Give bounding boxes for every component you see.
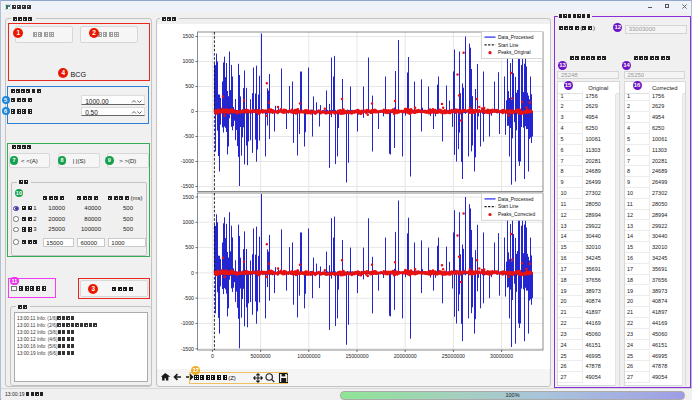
svg-text:0: 0 <box>191 108 194 114</box>
svg-text:-500: -500 <box>184 295 194 301</box>
svg-text:10000000: 10000000 <box>297 352 320 358</box>
svg-text:1000: 1000 <box>182 58 194 64</box>
svg-text:25000000: 25000000 <box>442 352 465 358</box>
svg-text:-500: -500 <box>184 133 194 139</box>
svg-text:500: 500 <box>185 244 194 250</box>
svg-text:500: 500 <box>185 83 194 89</box>
svg-text:Start Line: Start Line <box>498 42 519 47</box>
svg-text:Data_Processed: Data_Processed <box>498 196 534 201</box>
svg-text:0: 0 <box>191 269 194 275</box>
svg-text:-1500: -1500 <box>181 345 194 351</box>
svg-text:Start Line: Start Line <box>498 204 519 209</box>
svg-text:1000: 1000 <box>182 219 194 225</box>
svg-text:30000000: 30000000 <box>490 352 513 358</box>
svg-text:-1500: -1500 <box>181 183 194 189</box>
svg-text:0: 0 <box>211 352 214 358</box>
svg-text:1500: 1500 <box>182 33 194 39</box>
svg-text:Peaks_Original: Peaks_Original <box>498 50 531 55</box>
svg-text:20000000: 20000000 <box>394 352 417 358</box>
svg-text:1500: 1500 <box>182 193 194 199</box>
svg-text:5000000: 5000000 <box>250 352 270 358</box>
svg-text:Peaks_Corrected: Peaks_Corrected <box>498 212 535 217</box>
svg-text:-1000: -1000 <box>181 158 194 164</box>
svg-text:-1000: -1000 <box>181 320 194 326</box>
svg-text:Data_Processed: Data_Processed <box>498 34 534 39</box>
svg-text:15000000: 15000000 <box>345 352 368 358</box>
